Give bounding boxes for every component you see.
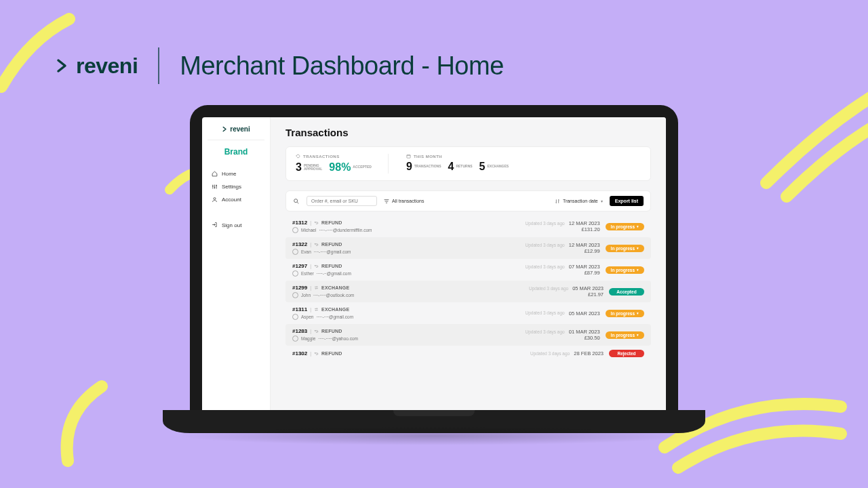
status-badge[interactable]: Rejected [609,350,644,357]
stat-accepted-pct: 98% ACCEPTED [329,161,372,174]
transaction-row[interactable]: #1312|REFUNDMichael·····-·····@dundermif… [285,216,651,237]
stats-transactions-label: TRANSACTIONS [296,154,372,159]
transaction-list: #1312|REFUNDMichael·····-·····@dundermif… [285,216,651,361]
reveni-logo: reveni [54,54,138,79]
refund-icon [314,351,319,356]
transaction-row[interactable]: #1302|REFUNDUpdated 3 days ago28 FEB 202… [285,346,651,361]
stats-card: TRANSACTIONS 3 PENDING APPROVAL 98% ACCE… [285,146,651,181]
sidebar: reveni Brand Home Settings Account [202,117,271,410]
sidebar-signout-label: Sign out [222,222,241,228]
transaction-email-masked: ·····-·····@dundermifflin.com [319,228,372,232]
signout-icon [212,222,218,229]
transaction-customer-name: John [301,293,311,298]
transaction-row[interactable]: #1311|EXCHANGEAspen·····-····@gmail.comU… [285,302,651,324]
user-avatar-icon [292,270,298,277]
transaction-amount: £12.99 [585,248,600,254]
transaction-email-masked: ·····-··@gmail.com [317,271,351,276]
sidebar-item-settings[interactable]: Settings [202,180,270,193]
transaction-row[interactable]: #1322|REFUNDEvan····-·····@gmail.comUpda… [285,237,651,259]
sort-dropdown[interactable]: Transaction date ▾ [555,199,603,204]
chevron-down-icon: ▾ [601,199,603,203]
transaction-email-masked: ····-·····@gmail.com [314,249,351,254]
sidebar-item-account[interactable]: Account [202,193,270,206]
stat-month-exchanges: 5 EXCHANGES [479,161,509,172]
transaction-date: 12 MAR 2023 [569,242,600,248]
svg-point-2 [216,185,217,186]
status-badge[interactable]: In progress ▾ [606,223,644,230]
transaction-type: REFUND [321,264,342,268]
transaction-email-masked: ·····-·····@yahoo.com [318,336,358,341]
reveni-logo-text: reveni [76,54,138,79]
transaction-customer-name: Evan [301,249,311,254]
transaction-amount: £21.97 [588,291,604,298]
transaction-amount: £30.50 [585,335,600,341]
status-badge[interactable]: In progress ▾ [606,245,644,252]
svg-point-1 [214,187,216,188]
main-panel: Transactions TRANSACTIONS 3 PENDING APPR… [271,117,666,410]
divider [158,47,159,84]
transaction-id: #1283 [292,328,307,334]
export-button[interactable]: Export list [610,196,644,206]
transaction-type: REFUND [321,329,342,333]
transaction-customer-name: Esther [301,271,314,276]
stat-month-tx: 9 TRANSACTIONS [406,161,441,172]
stat-month-returns: 4 RETURNS [448,161,473,172]
decorative-stroke [41,380,122,474]
list-toolbar: All transactions Transaction date ▾ Expo… [285,190,651,211]
transaction-id: #1312 [292,220,307,226]
dashboard-app: reveni Brand Home Settings Account [202,117,666,410]
user-icon [212,197,218,203]
refresh-icon [296,154,300,159]
filter-dropdown[interactable]: All transactions [384,199,424,204]
sidebar-signout[interactable]: Sign out [202,218,270,232]
user-avatar-icon [292,249,298,255]
transaction-date: 01 MAR 2023 [569,329,600,335]
refund-icon [314,242,319,247]
status-badge[interactable]: In progress ▾ [606,266,644,274]
status-badge[interactable]: In progress ▾ [606,310,644,317]
sidebar-item-label: Account [222,197,241,203]
reveni-logo-icon [222,126,228,132]
transaction-id: #1297 [292,263,307,269]
svg-rect-4 [407,155,410,158]
refund-icon [314,220,319,225]
svg-point-0 [212,186,214,187]
transaction-row[interactable]: #1283|REFUNDMaggie·····-·····@yahoo.comU… [285,324,651,346]
user-avatar-icon [292,292,298,298]
transaction-customer-name: Michael [301,228,316,232]
transaction-amount: £131.20 [581,226,599,232]
transaction-type: EXCHANGE [321,285,349,290]
transaction-updated: Updated 3 days ago [529,286,568,291]
sidebar-item-home[interactable]: Home [202,167,270,180]
search-input[interactable] [307,196,377,206]
transaction-customer-name: Aspen [301,314,313,319]
transaction-updated: Updated 3 days ago [530,351,570,357]
transaction-customer-name: Maggie [301,336,315,341]
transaction-id: #1322 [292,241,307,247]
transaction-type: REFUND [321,242,342,247]
transaction-type: EXCHANGE [321,307,349,312]
transaction-id: #1299 [292,285,307,291]
sort-icon [555,199,560,204]
transaction-row[interactable]: #1297|REFUNDEsther·····-··@gmail.comUpda… [285,259,651,281]
laptop-mockup: reveni Brand Home Settings Account [190,105,678,433]
status-badge[interactable]: In progress ▾ [606,331,644,339]
filter-icon [384,199,389,204]
user-avatar-icon [292,314,298,320]
user-avatar-icon [292,227,298,233]
user-avatar-icon [292,336,298,342]
sidebar-item-label: Settings [222,184,241,190]
decorative-stroke [739,75,868,210]
transaction-updated: Updated 3 days ago [526,310,565,316]
transaction-email-masked: ·····-····@gmail.com [316,314,353,319]
laptop-shadow [176,426,692,445]
transaction-updated: Updated 3 days ago [526,264,565,270]
transaction-type: REFUND [321,220,342,225]
sliders-icon [212,184,218,190]
status-badge[interactable]: Accepted [609,288,644,296]
main-title: Transactions [285,127,651,138]
search-icon[interactable] [293,198,300,205]
svg-point-5 [294,199,298,202]
transaction-row[interactable]: #1299|EXCHANGEJohn····-·····@outlook.com… [285,281,651,302]
transaction-date: 28 FEB 2023 [574,350,604,357]
